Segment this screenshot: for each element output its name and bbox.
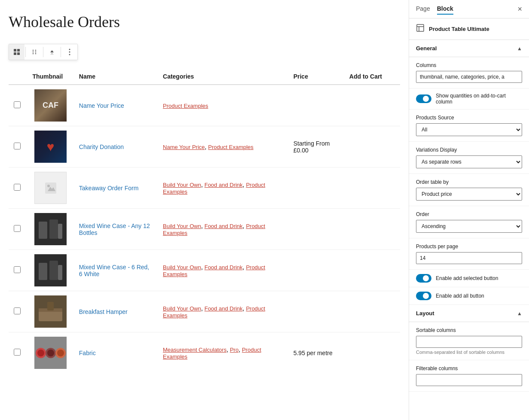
categories-cell: Measurement Calculators, Pro, Product Ex… <box>158 332 288 374</box>
category-link[interactable]: Build Your Own <box>163 305 201 312</box>
product-name[interactable]: Name Your Price <box>79 102 124 109</box>
add-to-cart-cell <box>344 332 400 374</box>
category-link[interactable]: Name Your Price <box>163 144 205 150</box>
tab-page[interactable]: Page <box>416 3 430 15</box>
table-view-button[interactable] <box>9 44 24 60</box>
product-name-cell[interactable]: Mixed Wine Case - Any 12 Bottles <box>74 209 158 250</box>
product-name[interactable]: Mixed Wine Case - 6 Red, 6 White <box>79 264 149 277</box>
per-page-label: Products per page <box>416 243 522 250</box>
product-name[interactable]: Mixed Wine Case - Any 12 Bottles <box>79 222 150 236</box>
thumbnail-cell <box>27 332 73 374</box>
svg-rect-3 <box>17 52 20 55</box>
col-header-price: Price <box>288 69 344 85</box>
section-layout-header[interactable]: Layout ▲ <box>409 305 529 322</box>
thumbnail-image <box>34 337 67 369</box>
add-to-cart-cell <box>344 85 400 126</box>
row-checkbox[interactable] <box>14 307 21 314</box>
section-general-header[interactable]: General ▲ <box>409 40 529 57</box>
category-link[interactable]: Product Examples <box>208 144 254 150</box>
row-checkbox[interactable] <box>14 349 21 356</box>
columns-input[interactable] <box>416 71 522 83</box>
order-select[interactable]: Ascending Descending <box>416 220 522 233</box>
move-up-button[interactable] <box>44 44 60 60</box>
block-label-row: Product Table Ultimate <box>409 18 529 40</box>
thumbnail-image <box>34 295 67 328</box>
per-page-input[interactable] <box>416 252 522 264</box>
product-name[interactable]: Takeaway Order Form <box>79 185 138 192</box>
sortable-columns-input[interactable] <box>416 336 522 348</box>
svg-point-9 <box>35 53 36 54</box>
product-name[interactable]: Charity Donation <box>79 143 124 150</box>
add-to-cart-cell <box>344 209 400 250</box>
filterable-columns-input[interactable] <box>416 374 522 386</box>
svg-rect-2 <box>14 52 16 55</box>
col-header-check <box>9 69 27 85</box>
field-sortable-columns: Sortable columns Comma-separated list of… <box>409 322 529 360</box>
product-name-cell[interactable]: Takeaway Order Form <box>74 167 158 209</box>
add-to-cart-cell <box>344 250 400 291</box>
svg-point-5 <box>35 50 36 51</box>
product-name[interactable]: Fabric <box>79 350 96 356</box>
row-checkbox[interactable] <box>14 225 21 232</box>
show-quantities-row: Show quantities on add-to-cart column <box>409 88 529 110</box>
drag-handle-button[interactable] <box>27 44 42 60</box>
field-columns: Columns <box>409 57 529 88</box>
svg-point-8 <box>33 53 34 54</box>
categories-cell: Build Your Own, Food and Drink, Product … <box>158 250 288 291</box>
row-checkbox[interactable] <box>14 101 21 108</box>
category-link[interactable]: Build Your Own <box>163 182 201 188</box>
categories-cell: Build Your Own, Food and Drink, Product … <box>158 291 288 332</box>
svg-point-4 <box>33 50 34 51</box>
product-name-cell[interactable]: Breakfast Hamper <box>74 291 158 332</box>
table-row: Breakfast HamperBuild Your Own, Food and… <box>9 291 400 332</box>
field-filterable-columns: Filterable columns <box>409 360 529 392</box>
table-row: ♥Charity DonationName Your Price, Produc… <box>9 126 400 167</box>
products-source-label: Products Source <box>416 115 522 121</box>
block-toolbar <box>9 44 78 60</box>
category-link[interactable]: Food and Drink <box>205 182 243 188</box>
col-header-categories: Categories <box>158 69 288 85</box>
enable-add-selected-row: Enable add selected button <box>409 270 529 287</box>
sidebar-header: Page Block × <box>409 0 529 18</box>
row-checkbox[interactable] <box>14 184 21 191</box>
category-link[interactable]: Food and Drink <box>205 223 243 229</box>
block-label-icon <box>416 24 425 34</box>
product-name-cell[interactable]: Name Your Price <box>74 85 158 126</box>
add-to-cart-cell <box>344 126 400 167</box>
price-text: 5.95 per metre <box>294 350 333 356</box>
add-to-cart-cell <box>344 291 400 332</box>
category-link[interactable]: Build Your Own <box>163 264 201 271</box>
table-row: FabricMeasurement Calculators, Pro, Prod… <box>9 332 400 374</box>
order-by-select[interactable]: Product price Name Date ID <box>416 188 522 201</box>
field-order-by: Order table by Product price Name Date I… <box>409 174 529 206</box>
category-link[interactable]: Pro <box>230 347 239 353</box>
product-name-cell[interactable]: Fabric <box>74 332 158 374</box>
products-source-select[interactable]: All Selected Category <box>416 123 522 136</box>
product-name[interactable]: Breakfast Hamper <box>79 308 128 315</box>
close-button[interactable]: × <box>517 5 522 13</box>
enable-add-all-toggle[interactable] <box>416 292 431 300</box>
tab-block[interactable]: Block <box>437 3 453 15</box>
product-name-cell[interactable]: Mixed Wine Case - 6 Red, 6 White <box>74 250 158 291</box>
thumbnail-cell: ♥ <box>27 126 73 167</box>
category-link[interactable]: Food and Drink <box>205 264 243 271</box>
row-checkbox[interactable] <box>14 266 21 273</box>
category-link[interactable]: Measurement Calculators <box>163 347 226 353</box>
category-link[interactable]: Food and Drink <box>205 305 243 312</box>
show-quantities-toggle[interactable] <box>416 94 431 103</box>
price-cell: Starting From £0.00 <box>288 126 344 167</box>
category-link[interactable]: Product Examples <box>163 103 208 109</box>
variations-select[interactable]: As separate rows As dropdown Hidden <box>416 155 522 168</box>
price-text: Starting From £0.00 <box>294 140 330 154</box>
category-link[interactable]: Build Your Own <box>163 223 201 229</box>
field-products-source: Products Source All Selected Category <box>409 110 529 142</box>
svg-point-32 <box>47 350 54 356</box>
svg-rect-22 <box>58 265 62 280</box>
product-name-cell[interactable]: Charity Donation <box>74 126 158 167</box>
row-checkbox[interactable] <box>14 143 21 149</box>
enable-add-selected-toggle[interactable] <box>416 274 431 283</box>
section-general-label: General <box>416 45 437 52</box>
svg-point-12 <box>69 54 70 55</box>
enable-add-all-label: Enable add all button <box>436 293 522 299</box>
more-options-button[interactable] <box>62 44 77 60</box>
